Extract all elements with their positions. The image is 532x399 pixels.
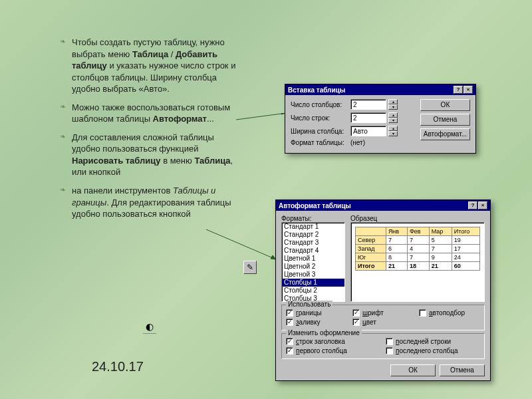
formats-label: Форматы: [281, 215, 345, 222]
autoformat-button[interactable]: Автоформат... [420, 128, 470, 140]
width-label: Ширина столбца: [291, 128, 348, 135]
preview-pane: ЯнвФевМарИтогоСевер77519Запад64717Юг8792… [350, 222, 485, 302]
svg-line-0 [236, 113, 286, 120]
checkbox-заливку[interactable]: ✓заливку [286, 319, 347, 326]
list-item[interactable]: Цветной 2 [282, 263, 344, 271]
list-item[interactable]: Столбцы 2 [282, 287, 344, 295]
bullet-3: Для составления сложной таблицы удобно п… [60, 132, 243, 178]
rows-label: Число строк: [291, 114, 348, 122]
cols-spinner[interactable]: ▴▾ [388, 99, 398, 110]
close-icon[interactable]: × [478, 201, 487, 209]
use-group-label: Использовать [286, 301, 332, 308]
checkbox-строк заголовка[interactable]: ✓строк заголовка [286, 338, 380, 345]
use-group: Использовать ✓границы✓шрифтавтоподбор✓за… [281, 305, 485, 331]
bullet-4: на панели инструментов Таблицы и границы… [60, 185, 243, 220]
change-group-label: Изменить оформление [286, 329, 362, 336]
checkbox-первого столбца[interactable]: ✓первого столбца [286, 347, 380, 354]
list-item[interactable]: Столбцы 1 [282, 279, 344, 287]
formats-listbox[interactable]: Стандарт 1Стандарт 2Стандарт 3Стандарт 4… [281, 222, 345, 302]
autoformat-dialog: Автоформат таблицы ? × Форматы: Стандарт… [275, 200, 491, 381]
checkbox-цвет[interactable]: ✓цвет [352, 319, 414, 326]
checkbox-последней строки[interactable]: последней строки [386, 338, 480, 345]
cols-label: Число столбцов: [291, 101, 348, 108]
bullet-1: Чтобы создать пустую таблицу, нужно выбр… [60, 37, 243, 95]
width-spinner[interactable]: ▴▾ [388, 126, 398, 136]
ok-button[interactable]: ОК [390, 364, 436, 376]
instruction-list: Чтобы создать пустую таблицу, нужно выбр… [60, 37, 243, 227]
dialog1-title: Вставка таблицы [288, 86, 345, 94]
cancel-button[interactable]: Отмена [440, 364, 485, 376]
checkbox-границы[interactable]: ✓границы [286, 309, 347, 317]
list-item[interactable]: Стандарт 3 [282, 239, 344, 247]
checkbox-шрифт[interactable]: ✓шрифт [352, 309, 414, 317]
help-icon[interactable]: ? [468, 201, 477, 209]
cols-input[interactable] [350, 99, 386, 110]
checkbox-автоподбор[interactable]: автоподбор [419, 309, 480, 317]
list-item[interactable]: Цветной 3 [282, 271, 344, 279]
slide-date: 24.10.17 [92, 359, 144, 374]
dialog2-title: Автоформат таблицы [279, 202, 351, 209]
rows-input[interactable] [350, 112, 386, 123]
list-item[interactable]: Цветной 1 [282, 255, 344, 263]
insert-table-dialog: Вставка таблицы ? × Число столбцов: ▴▾ Ч… [285, 84, 476, 154]
close-icon[interactable]: × [464, 86, 473, 94]
cancel-button[interactable]: Отмена [420, 114, 470, 126]
format-label: Формат таблицы: [291, 139, 348, 146]
dialog2-titlebar: Автоформат таблицы ? × [276, 200, 490, 211]
width-input[interactable] [350, 126, 386, 136]
eraser-icon[interactable]: ◐ [143, 321, 156, 334]
change-group: Изменить оформление ✓строк заголовкапосл… [281, 333, 485, 359]
list-item[interactable]: Стандарт 1 [282, 223, 344, 231]
help-icon[interactable]: ? [454, 86, 463, 94]
list-item[interactable]: Стандарт 4 [282, 247, 344, 255]
list-item[interactable]: Стандарт 2 [282, 231, 344, 239]
rows-spinner[interactable]: ▴▾ [388, 112, 398, 123]
format-value: (нет) [350, 139, 365, 146]
ok-button[interactable]: ОК [420, 99, 470, 111]
bullet-2: Можно также воспользоваться готовым шабл… [60, 102, 243, 125]
sample-label: Образец [350, 215, 485, 222]
dialog1-titlebar: Вставка таблицы ? × [285, 84, 475, 95]
svg-line-2 [206, 229, 276, 259]
checkbox-последнего столбца[interactable]: последнего столбца [386, 347, 480, 354]
